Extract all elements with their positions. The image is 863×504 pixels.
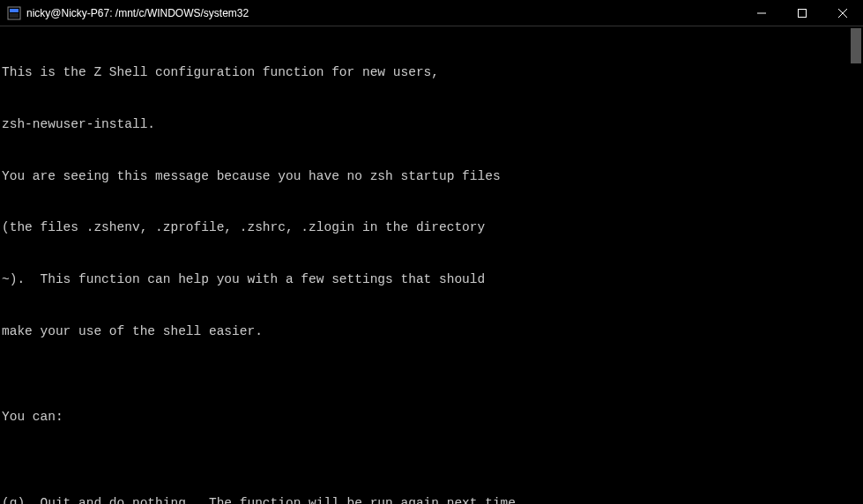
terminal-line: make your use of the shell easier.	[2, 323, 861, 341]
svg-rect-2	[10, 13, 19, 18]
terminal-line: You are seeing this message because you …	[2, 168, 861, 186]
window-title: nicky@Nicky-P67: /mnt/c/WINDOWS/system32	[26, 7, 741, 19]
scrollbar-thumb[interactable]	[851, 28, 861, 63]
terminal-line: You can:	[2, 409, 861, 426]
window-controls	[741, 0, 863, 26]
svg-rect-1	[10, 9, 19, 12]
terminal-window: nicky@Nicky-P67: /mnt/c/WINDOWS/system32	[0, 0, 863, 504]
app-icon	[7, 6, 21, 20]
svg-rect-4	[799, 10, 807, 18]
close-button[interactable]	[822, 0, 863, 26]
terminal-line: This is the Z Shell configuration functi…	[2, 64, 861, 82]
scrollbar[interactable]	[849, 26, 863, 504]
terminal-line: (q) Quit and do nothing. The function wi…	[2, 495, 861, 504]
titlebar: nicky@Nicky-P67: /mnt/c/WINDOWS/system32	[0, 0, 863, 26]
maximize-button[interactable]	[782, 0, 822, 26]
minimize-button[interactable]	[741, 0, 782, 26]
terminal-content[interactable]: This is the Z Shell configuration functi…	[0, 26, 863, 504]
terminal-line: ~). This function can help you with a fe…	[2, 271, 861, 289]
terminal-line: (the files .zshenv, .zprofile, .zshrc, .…	[2, 219, 861, 237]
terminal-line: zsh-newuser-install.	[2, 116, 861, 134]
